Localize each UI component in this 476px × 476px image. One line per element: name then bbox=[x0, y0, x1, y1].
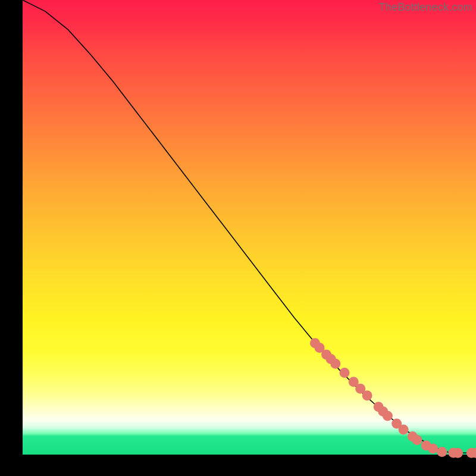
data-point-marker bbox=[330, 359, 340, 369]
curve-line bbox=[23, 0, 476, 453]
data-point-marker bbox=[383, 411, 393, 421]
data-point-marker bbox=[362, 390, 372, 400]
chart-stage: TheBottleneck.com bbox=[0, 0, 476, 476]
marker-group bbox=[310, 338, 476, 458]
data-point-marker bbox=[412, 435, 422, 445]
data-point-marker bbox=[453, 448, 463, 458]
data-point-marker bbox=[428, 444, 438, 454]
attribution-text: TheBottleneck.com bbox=[379, 1, 472, 14]
plot-area bbox=[23, 0, 476, 455]
data-point-marker bbox=[340, 368, 350, 378]
data-point-marker bbox=[437, 447, 447, 457]
chart-svg bbox=[23, 0, 476, 455]
data-point-marker bbox=[399, 424, 409, 434]
